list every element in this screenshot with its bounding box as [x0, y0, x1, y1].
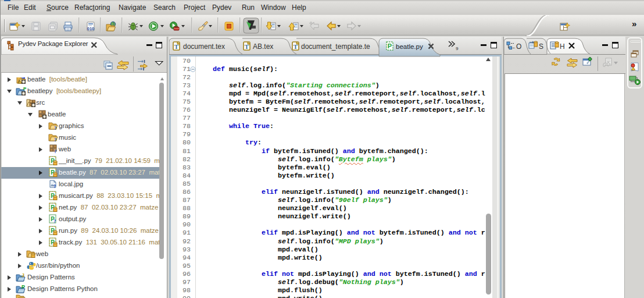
svg-text:P: P: [388, 42, 392, 49]
svg-text:beatle.py: beatle.py: [396, 43, 423, 50]
svg-text:H: H: [560, 42, 565, 51]
svg-text:S: S: [539, 42, 543, 51]
svg-text:010: 010: [87, 26, 95, 31]
svg-text:T: T: [174, 43, 179, 50]
svg-text:AB.tex: AB.tex: [253, 42, 273, 51]
svg-text:Pydev Package Explorer: Pydev Package Explorer: [18, 40, 88, 47]
svg-text:document.tex: document.tex: [183, 42, 225, 51]
svg-text:9: 9: [456, 46, 459, 51]
svg-text:document_template.te: document_template.te: [301, 42, 370, 51]
svg-text:O: O: [516, 42, 521, 51]
svg-text:»: »: [632, 19, 636, 29]
